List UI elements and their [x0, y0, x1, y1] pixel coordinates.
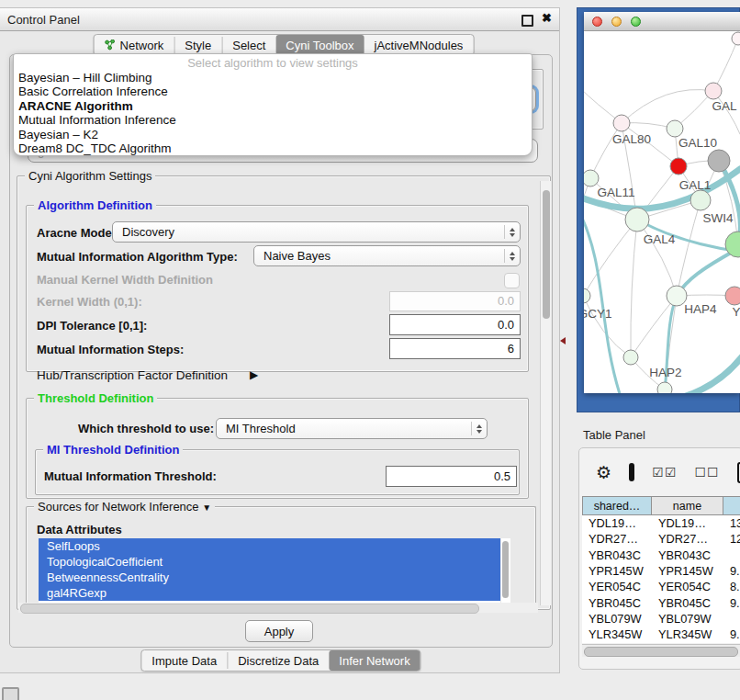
attribute-list-item[interactable]: SelfLoops [39, 538, 500, 554]
network-node-gal4[interactable] [625, 208, 649, 231]
attribute-list-item[interactable]: TopologicalCoefficient [39, 554, 500, 570]
network-node-gal[interactable] [705, 83, 722, 99]
tab-impute-data[interactable]: Impute Data [141, 650, 227, 671]
apply-button[interactable]: Apply [245, 620, 313, 642]
mi-steps-field[interactable]: 6 [389, 338, 521, 359]
splitter-collapse-icon[interactable] [560, 337, 566, 344]
table-panel: ⚙ ☑☑ ☐☐ shared…nameA YDL19…YDL19…13YDR27… [578, 447, 740, 670]
manual-kernel-checkbox[interactable] [504, 273, 520, 288]
close-traffic-light-icon[interactable] [592, 17, 602, 27]
settings-vertical-scrollbar[interactable] [540, 181, 551, 605]
attribute-list-item[interactable]: gal4RGexp [39, 585, 500, 601]
scrollbar-thumb[interactable] [20, 604, 479, 614]
network-edge[interactable] [631, 220, 637, 357]
table-row[interactable]: YLR345WYLR345W9. [582, 627, 740, 642]
tab-select[interactable]: Select [222, 35, 275, 55]
algorithm-option[interactable]: Basic Correlation Inference [14, 85, 532, 98]
network-node-label: GAL10 [678, 136, 717, 150]
settings-horizontal-scrollbar[interactable] [18, 603, 538, 613]
tab-discretize-data[interactable]: Discretize Data [228, 650, 329, 671]
tab-infer-network[interactable]: Infer Network [329, 650, 420, 671]
gear-icon[interactable]: ⚙ [596, 464, 611, 481]
hub-definition-label[interactable]: Hub/Transcription Factor Definition [37, 368, 228, 382]
network-node[interactable] [657, 382, 672, 393]
hide-columns-icon[interactable]: ☐☐ [694, 465, 719, 480]
table-row[interactable]: YIL053CYIL053C9 [582, 642, 740, 643]
dpi-tolerance-field[interactable]: 0.0 [389, 314, 521, 335]
table-cell: YPR145W [652, 564, 723, 578]
minimize-traffic-light-icon[interactable] [611, 17, 622, 27]
algorithm-option[interactable]: Bayesian – Hill Climbing [14, 71, 532, 85]
kernel-width-field[interactable]: 0.0 [389, 291, 521, 311]
table-row[interactable]: YBL079WYBL079W [582, 611, 740, 627]
table-horizontal-scrollbar[interactable] [582, 644, 740, 657]
table-row[interactable]: YBR045CYBR045C9. [582, 594, 740, 610]
float-window-icon[interactable] [521, 15, 533, 27]
network-node-gal10[interactable] [667, 120, 683, 137]
algorithm-option[interactable]: Bayesian – K2 [14, 128, 532, 141]
algorithm-option[interactable]: ARACNE Algorithm [14, 99, 532, 113]
network-node[interactable] [732, 32, 740, 45]
attributes-scrollbar[interactable] [501, 538, 510, 603]
mi-threshold-field[interactable]: 0.5 [386, 466, 517, 487]
algorithm-option[interactable]: Dream8 DC_TDC Algorithm [14, 141, 532, 155]
which-threshold-combobox[interactable]: MI Threshold [216, 418, 488, 439]
network-node-gal1[interactable] [690, 190, 711, 210]
table-rows: YDL19…YDL19…13YDR27…YDR27…12YBR043CYBR04… [582, 515, 740, 643]
network-edge[interactable] [584, 296, 631, 357]
group-title: Threshold Definition [34, 391, 157, 405]
network-node[interactable] [708, 150, 730, 172]
network-node-gal11[interactable] [584, 170, 599, 186]
scrollbar-thumb[interactable] [584, 647, 738, 657]
minimized-panel-grip[interactable] [2, 687, 19, 700]
network-node-hap2[interactable] [623, 350, 638, 365]
network-node[interactable] [670, 158, 687, 175]
data-attributes-label: Data Attributes [37, 523, 122, 536]
new-table-icon[interactable] [737, 462, 740, 483]
aracne-mode-combobox[interactable]: Discovery [112, 221, 521, 243]
attribute-list-item[interactable]: BetweennessCentrality [39, 570, 500, 585]
table-cell: YBR043C [652, 548, 723, 562]
table-row[interactable]: YDR27…YDR27…12 [582, 531, 740, 547]
tab-style[interactable]: Style [174, 35, 221, 55]
table-column-header[interactable]: shared… [582, 496, 652, 515]
which-threshold-value: MI Threshold [226, 422, 471, 435]
table-row[interactable]: YER054CYER054C8. [582, 579, 740, 594]
close-icon[interactable]: ✖ [542, 11, 552, 25]
network-edge[interactable] [637, 220, 677, 296]
network-edge[interactable] [590, 123, 622, 178]
network-node-gal80[interactable] [613, 115, 630, 131]
tab-label: Cyni Toolbox [286, 39, 353, 52]
tab-jactivemnodules[interactable]: jActiveMNodules [364, 35, 474, 55]
network-edge-highlighted[interactable] [584, 210, 621, 393]
zoom-traffic-light-icon[interactable] [631, 17, 641, 27]
network-edge-highlighted[interactable] [683, 355, 740, 393]
group-title: Cyni Algorithm Settings [25, 169, 155, 183]
network-canvas[interactable]: GALGAL80GAL10GAL11GAL1SWI4GAL4GCY1HAP4YH… [584, 31, 740, 393]
network-canvas-svg: GALGAL80GAL10GAL11GAL1SWI4GAL4GCY1HAP4YH… [584, 31, 740, 393]
scrollbar-thumb[interactable] [543, 190, 550, 319]
tab-network[interactable]: Network [95, 35, 174, 55]
expand-right-icon[interactable]: ▶ [250, 368, 258, 381]
network-edge[interactable] [622, 89, 713, 123]
network-edge[interactable] [584, 220, 637, 296]
table-column-header[interactable]: A [723, 496, 740, 515]
show-checked-columns-icon[interactable]: ☑☑ [652, 465, 677, 480]
column-selector-icon[interactable] [629, 463, 634, 481]
network-node-label: Y [732, 305, 740, 319]
network-node-y[interactable] [725, 287, 740, 305]
table-column-header[interactable]: name [652, 496, 723, 515]
table-row[interactable]: YBR043CYBR043C [582, 548, 740, 563]
table-row[interactable]: YDL19…YDL19…13 [582, 515, 740, 531]
network-node-label: GAL11 [597, 186, 634, 199]
scrollbar-thumb[interactable] [502, 541, 509, 598]
collapse-down-icon[interactable]: ▼ [202, 502, 211, 513]
tab-cyni-toolbox[interactable]: Cyni Toolbox [275, 35, 364, 55]
network-node-label: GAL1 [679, 178, 712, 192]
data-attributes-list[interactable]: SelfLoopsTopologicalCoefficientBetweenne… [39, 538, 500, 603]
mi-type-combobox[interactable]: Naive Bayes [253, 245, 521, 266]
manual-kernel-label: Manual Kernel Width Definition [37, 273, 213, 287]
network-node-gcy1[interactable] [584, 288, 590, 303]
table-row[interactable]: YPR145WYPR145W9. [582, 563, 740, 579]
algorithm-option[interactable]: Mutual Information Inference [14, 113, 532, 127]
